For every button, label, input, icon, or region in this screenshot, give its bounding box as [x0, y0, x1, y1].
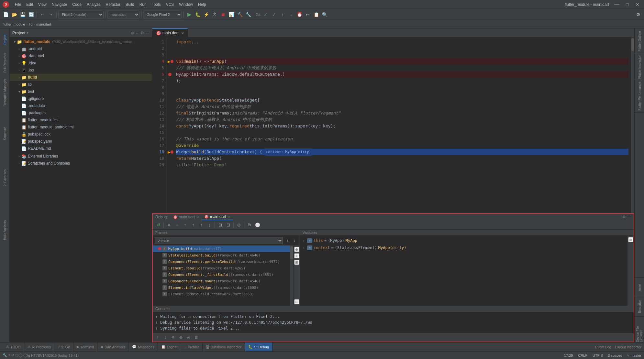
breakpoint-dot-6[interactable] — [168, 73, 172, 76]
stop-button[interactable]: ⏹ — [219, 11, 227, 18]
menu-tools[interactable]: Tools — [149, 2, 163, 7]
breadcrumb-item-lib[interactable]: lib — [29, 22, 32, 26]
menu-analyze[interactable]: Analyze — [84, 2, 103, 7]
git-revert-button[interactable]: ↩ — [304, 11, 312, 18]
frames-scrollbar-thumb[interactable] — [290, 246, 293, 259]
var-item-this[interactable]: › ≡ this = (MyApp) MyApp — [300, 237, 627, 244]
device-dropdown[interactable]: Pixel 2 (mobile) — [58, 11, 104, 18]
status-tab-problems[interactable]: ⚠ 6: Problems — [24, 343, 55, 351]
frames-scrollbar[interactable] — [290, 245, 293, 306]
debug-mute-btn[interactable]: ⚪ — [254, 221, 261, 228]
debug-step-out-btn[interactable]: ↑ — [182, 221, 189, 228]
debug-side-btn-4[interactable]: ∞ — [294, 299, 299, 304]
open-button[interactable]: 📂 — [10, 11, 18, 18]
debug-tab-1-close[interactable]: ✕ — [196, 215, 199, 219]
right-sidebar-emulator[interactable]: Emulator — [635, 297, 644, 316]
frame-item-5[interactable]: f ComponentElement.mount (framework.dart… — [153, 278, 290, 284]
tree-flutter-android-iml[interactable]: 📋 flutter_module_android.iml — [10, 124, 152, 131]
tree-gitignore[interactable]: 📄 .gitignore — [10, 95, 152, 102]
debug-bt-6[interactable]: 🗑 — [193, 334, 200, 341]
editor-scrollbar[interactable] — [631, 38, 634, 213]
menu-vcs[interactable]: VCS — [163, 2, 177, 7]
debug-settings2-btn[interactable]: ↻ — [246, 221, 253, 228]
frames-up-btn[interactable]: ↑ — [284, 237, 291, 244]
coverage-button[interactable]: 📊 — [228, 11, 235, 18]
frame-item-0[interactable]: f MyApp.build (main.dart:17) — [153, 245, 290, 252]
build-button[interactable]: 🔨 — [236, 11, 244, 18]
debug-memory-btn[interactable]: ⊞ — [217, 221, 224, 228]
vars-side-btn-1[interactable]: ⊕ — [628, 237, 633, 242]
debug-bt-4[interactable]: ⊕ — [177, 334, 184, 341]
right-sidebar-outline[interactable]: Flutter Outline — [635, 28, 644, 54]
debug-run-button[interactable]: 🐛 — [194, 11, 202, 18]
debug-tab-2-close[interactable]: ✕ — [228, 215, 230, 219]
debug-bt-1[interactable]: ↑ — [154, 334, 161, 341]
settings-button[interactable]: ⚙ — [634, 11, 642, 18]
frame-item-6[interactable]: f Element.inflateWidget (framework.dart:… — [153, 284, 290, 291]
sidebar-project-icon[interactable]: Project — [1, 30, 8, 49]
tree-flutter-iml[interactable]: 📋 flutter_module.iml — [10, 116, 152, 124]
status-tab-git[interactable]: ⑂ 9: Git — [54, 343, 73, 351]
tree-metadata[interactable]: 📄 .metadata — [10, 102, 152, 109]
git-history-button[interactable]: ⏰ — [295, 11, 303, 18]
git-fetch-button[interactable]: ↓ — [287, 11, 295, 18]
frame-item-4[interactable]: f ComponentElement._firstBuild (framewor… — [153, 271, 290, 278]
sync-button[interactable]: 🔄 — [27, 11, 35, 18]
project-icon-2[interactable]: ↔ — [135, 31, 139, 35]
tree-pubspec-yaml[interactable]: 📝 pubspec.yaml — [10, 138, 152, 145]
git-check-button[interactable]: ✓ — [262, 11, 270, 18]
right-sidebar-performance[interactable]: Flutter Performance — [635, 80, 644, 113]
breakpoint-dot-4[interactable] — [171, 60, 173, 63]
file-dropdown[interactable]: main.dart — [107, 11, 139, 18]
debug-tab-1[interactable]: 🎯 main.dart ✕ — [171, 214, 202, 220]
frames-down-btn[interactable]: ↓ — [291, 237, 298, 244]
sdk-button[interactable]: 🔧 — [244, 11, 252, 18]
tree-ios[interactable]: › 📱 .ios — [10, 67, 152, 74]
status-tab-debug[interactable]: 🐛 S: Debug — [245, 343, 272, 351]
menu-window[interactable]: Window — [176, 2, 195, 7]
debug-run-to-btn[interactable]: ↑ — [190, 221, 197, 228]
tree-scratches[interactable]: › 📝 Scratches and Consoles — [10, 160, 152, 167]
debug-frames-btn[interactable]: ↓ — [206, 221, 213, 228]
debug-tab-2[interactable]: 🎯 main.dart ✕ — [202, 214, 233, 220]
breadcrumb-item-file[interactable]: main.dart — [36, 22, 51, 26]
project-icon-3[interactable]: ⚙ — [140, 31, 144, 35]
status-tab-database[interactable]: 🗄 Database Inspector — [203, 343, 245, 351]
tree-pubspec-lock[interactable]: 🔒 pubspec.lock — [10, 131, 152, 138]
debug-bt-3[interactable]: ≡ — [170, 334, 177, 341]
menu-run[interactable]: Run — [137, 2, 149, 7]
menu-file[interactable]: File — [12, 2, 24, 7]
sidebar-resource-icon[interactable]: Resource Manager — [1, 76, 8, 109]
profile-button[interactable]: ⏱ — [211, 11, 218, 18]
forward-button[interactable]: → — [47, 11, 55, 18]
debug-settings-icon[interactable]: ⚙ — [622, 215, 626, 219]
event-log-item[interactable]: Event Log — [595, 345, 611, 349]
debug-bt-2[interactable]: ↓ — [162, 334, 169, 341]
tree-build[interactable]: › 📁 build — [10, 74, 152, 81]
menu-view[interactable]: View — [36, 2, 49, 7]
menu-navigate[interactable]: Navigate — [49, 2, 70, 7]
status-tab-logcat[interactable]: 📋 Logcat — [158, 343, 181, 351]
tree-lib[interactable]: › 📁 lib — [10, 81, 152, 88]
layout-inspector-item[interactable]: Layout Inspector — [615, 345, 641, 349]
breakpoint-dot-18[interactable] — [171, 150, 173, 154]
status-tab-todo[interactable]: ⚠ TODO — [3, 343, 24, 351]
run-button[interactable]: ▶ — [185, 11, 193, 18]
right-sidebar-device-explorer[interactable]: Device File Explorer — [635, 316, 644, 342]
menu-build[interactable]: Build — [123, 2, 137, 7]
debug-watch-btn[interactable]: ⊡ — [225, 221, 232, 228]
maximize-button[interactable]: □ — [623, 1, 631, 8]
save-button[interactable]: 💾 — [19, 11, 27, 18]
tree-packages[interactable]: 📄 .packages — [10, 109, 152, 116]
debug-step-into-btn[interactable]: ↓ — [173, 221, 181, 228]
tree-idea[interactable]: › 💡 .idea — [10, 60, 152, 67]
git-push-button[interactable]: ↑ — [279, 11, 286, 18]
editor-tab-main-dart[interactable]: 🎯 main.dart ✕ — [152, 28, 188, 37]
git-check2-button[interactable]: ✓ — [270, 11, 278, 18]
tree-external-libs[interactable]: › 📚 External Libraries — [10, 153, 152, 160]
status-tab-terminal[interactable]: ▶ Terminal — [73, 343, 98, 351]
editor-scrollbar-thumb[interactable] — [631, 38, 634, 51]
var-item-context[interactable]: › ≡ context = (StatelessElement) MyApp(d… — [300, 244, 627, 251]
debug-evaluate-btn[interactable]: ↑ — [198, 221, 205, 228]
debug-bt-5[interactable]: 🖨 — [185, 334, 192, 341]
